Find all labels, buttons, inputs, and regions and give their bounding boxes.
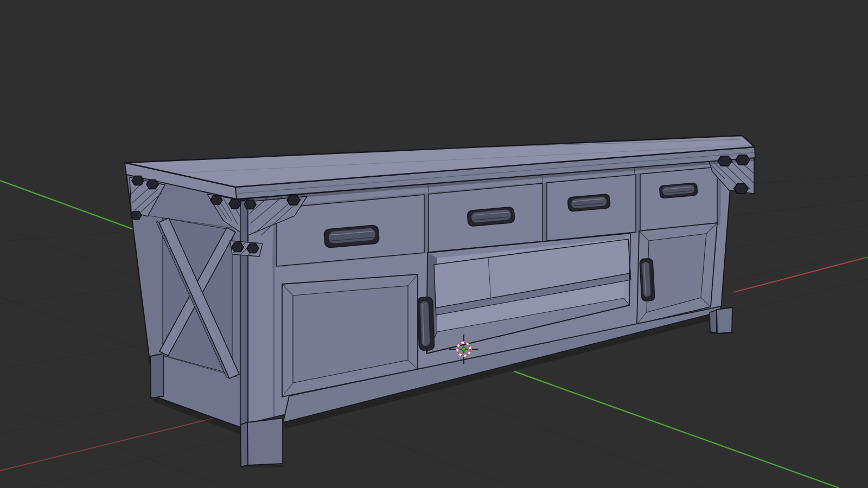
bolt-icon xyxy=(229,200,241,209)
bolt-icon xyxy=(734,184,748,194)
front-left-corner-post-side xyxy=(240,200,248,427)
viewport-3d[interactable] xyxy=(0,0,868,488)
door-handle-right[interactable] xyxy=(640,258,655,301)
bolt-icon xyxy=(736,155,750,165)
cursor-center-dot xyxy=(462,347,465,351)
scene-canvas[interactable] xyxy=(0,0,868,488)
bolt-icon xyxy=(247,244,259,253)
bolt-icon xyxy=(210,196,222,205)
bolt-icon xyxy=(244,200,256,209)
bolt-icon xyxy=(287,195,300,205)
bolt-icon xyxy=(718,156,732,166)
drawer-handle-3[interactable] xyxy=(567,194,610,212)
bolt-icon xyxy=(131,211,142,219)
bolt-icon xyxy=(146,180,158,189)
bolt-icon xyxy=(232,243,244,252)
drawer-4[interactable] xyxy=(640,167,717,232)
leg-front-right xyxy=(717,307,732,333)
leg-front-left xyxy=(247,418,283,465)
door-handle-left[interactable] xyxy=(417,297,434,351)
leg-back-right xyxy=(710,310,717,333)
drawer-handle-4[interactable] xyxy=(659,183,698,198)
leg-front-left-side xyxy=(240,422,248,467)
leg-back-left xyxy=(150,354,163,398)
bolt-icon xyxy=(132,176,144,185)
